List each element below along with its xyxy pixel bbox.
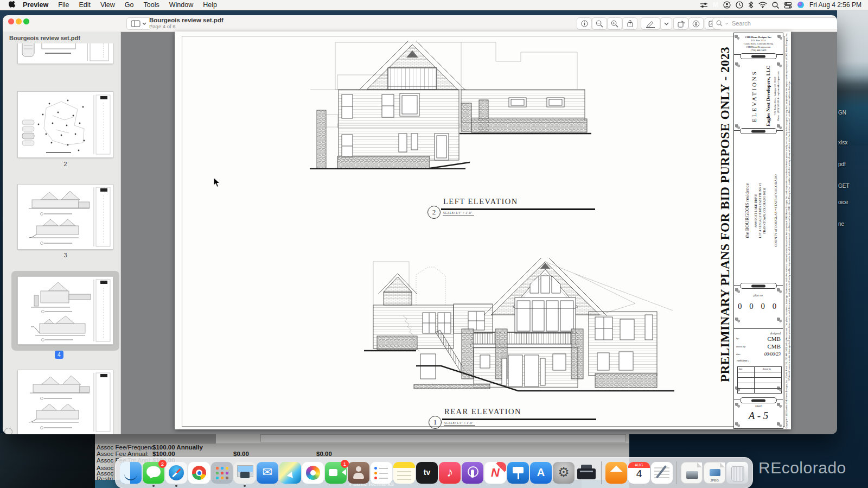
markup-button[interactable] (641, 17, 660, 30)
sheet-title: ELEVATIONS (751, 70, 757, 122)
dock-trash[interactable] (726, 462, 748, 484)
apple-menu[interactable] (0, 1, 18, 9)
page-thumbnail-3[interactable] (18, 185, 113, 249)
dock-finder[interactable] (120, 462, 142, 484)
browser-strip (95, 433, 629, 444)
dock-keynote[interactable] (507, 462, 529, 484)
m-app-status-icon[interactable]: M (713, 1, 718, 9)
dock-messages[interactable]: 2 (143, 462, 164, 484)
rotate-icon (677, 20, 685, 28)
window-titlebar[interactable]: Bourgeois review set.pdf Page 4 of 6 (3, 15, 837, 32)
dock-separator (601, 461, 602, 484)
recolorado-watermark: REcolorado (758, 459, 846, 477)
callout-number: 2 (427, 206, 441, 219)
page-thumbnail-5[interactable] (18, 370, 113, 434)
menu-item-help[interactable]: Help (198, 0, 222, 10)
dock-photos[interactable] (302, 462, 324, 484)
annotate-button[interactable] (688, 17, 704, 30)
user-status-icon[interactable] (723, 1, 731, 9)
sliders-status-icon[interactable] (700, 2, 708, 9)
drawing-scale: SCALE: 1/4" = 1'-0" (444, 421, 475, 426)
row-value: $100.00 (152, 451, 175, 457)
sidebar-corner-icon[interactable] (4, 428, 12, 434)
markup-pencil-icon (646, 20, 655, 28)
dock-pages[interactable] (605, 462, 627, 484)
designer-phone: (720) 448-3469 (734, 49, 783, 52)
search-field[interactable] (712, 17, 837, 29)
assoc-fee-frequency-row: Assoc Fee/Frequenc $100.00 Annually (97, 444, 154, 451)
menu-bar-clock[interactable]: Fri Aug 4 2:56 PM (809, 1, 861, 9)
rotate-button[interactable] (673, 17, 688, 30)
dock-launchpad[interactable] (211, 462, 233, 484)
siri-icon[interactable] (797, 1, 805, 9)
desktop-file-label[interactable]: oice (838, 199, 848, 205)
callout-rule (441, 208, 595, 210)
messages-badge: 2 (158, 460, 167, 468)
zoom-window-button[interactable] (23, 18, 29, 24)
wifi-icon[interactable] (758, 2, 767, 8)
sheet-number: A - 5 (734, 410, 783, 422)
dock-podcasts[interactable] (462, 462, 483, 484)
bluetooth-icon[interactable] (748, 1, 754, 9)
callout-rule (442, 419, 596, 420)
dock-maps[interactable] (279, 462, 301, 484)
zoom-out-button[interactable] (592, 17, 607, 30)
pen-nib-circle-icon (692, 20, 700, 28)
dock-app-store[interactable]: A (530, 462, 552, 484)
dock-image-capture[interactable] (234, 462, 256, 484)
share-button[interactable] (622, 17, 637, 30)
row-value: $100.00 Annually (152, 444, 203, 451)
dock-facetime[interactable]: 1 (325, 462, 347, 484)
desktop-file-label[interactable]: pdf (838, 161, 846, 167)
title-block: CHD Home Designs, Inc. P.O. Box 2224 Cas… (733, 33, 783, 429)
row-col3: $0.00 (316, 451, 332, 457)
thumbnail-sidebar[interactable]: Bourgeois review set.pdf (3, 31, 121, 434)
dock-calendar[interactable]: AUG 4 (628, 462, 650, 484)
dock-reminders[interactable] (371, 462, 392, 484)
sidebar-toggle-button[interactable] (126, 17, 151, 30)
mouse-cursor (213, 177, 221, 188)
rev-col-by: drawn by (763, 367, 771, 370)
menu-item-edit[interactable]: Edit (74, 0, 95, 10)
menu-item-tools[interactable]: Tools (139, 0, 164, 10)
dock-news[interactable]: N (484, 462, 506, 484)
dock-apple-tv[interactable]: tv (416, 462, 438, 484)
desktop-file-label[interactable]: ne (838, 221, 844, 227)
menu-item-window[interactable]: Window (164, 0, 198, 10)
markup-options-button[interactable] (660, 17, 672, 30)
page-number-label: 2 (18, 161, 113, 167)
desktop-file-label[interactable]: xlsx (838, 140, 847, 145)
control-center-icon[interactable] (784, 2, 792, 9)
sidebar-icon (131, 20, 147, 27)
dock-contacts[interactable] (348, 462, 369, 484)
dock-music[interactable] (439, 462, 461, 484)
info-button[interactable] (577, 17, 592, 30)
drawn-by-value: CMB (768, 343, 781, 350)
spotlight-icon[interactable] (772, 2, 779, 9)
zoom-in-button[interactable] (607, 17, 622, 30)
menu-item-view[interactable]: View (95, 0, 120, 10)
page-thumbnail-2[interactable] (18, 92, 113, 157)
minimize-button[interactable] (16, 18, 22, 24)
window-title-group: Bourgeois review set.pdf Page 4 of 6 (149, 17, 224, 30)
dock-mail[interactable] (257, 462, 278, 484)
menu-item-preview[interactable]: Preview (18, 0, 53, 10)
close-button[interactable] (8, 18, 14, 24)
menu-item-go[interactable]: Go (120, 0, 139, 10)
page-thumbnail-4[interactable] (18, 277, 113, 344)
dock-system-settings[interactable] (553, 462, 575, 484)
menu-item-file[interactable]: File (53, 0, 74, 10)
desktop-file-label[interactable]: GET (838, 183, 850, 189)
search-input[interactable] (731, 20, 820, 27)
sheet-label: sheet (734, 404, 783, 408)
dock-textedit[interactable] (651, 462, 673, 484)
dock-document-file[interactable] (681, 462, 703, 484)
wallpaper-rocks (0, 433, 98, 488)
dock-jpeg-file[interactable]: JPEG (704, 462, 725, 484)
desktop-file-label[interactable]: GN (838, 110, 846, 116)
clock-status-icon[interactable] (736, 1, 743, 9)
dock-safari[interactable] (165, 462, 187, 484)
dock-printer[interactable] (576, 462, 597, 484)
dock-notes[interactable] (393, 462, 415, 484)
dock-chrome[interactable] (188, 462, 210, 484)
